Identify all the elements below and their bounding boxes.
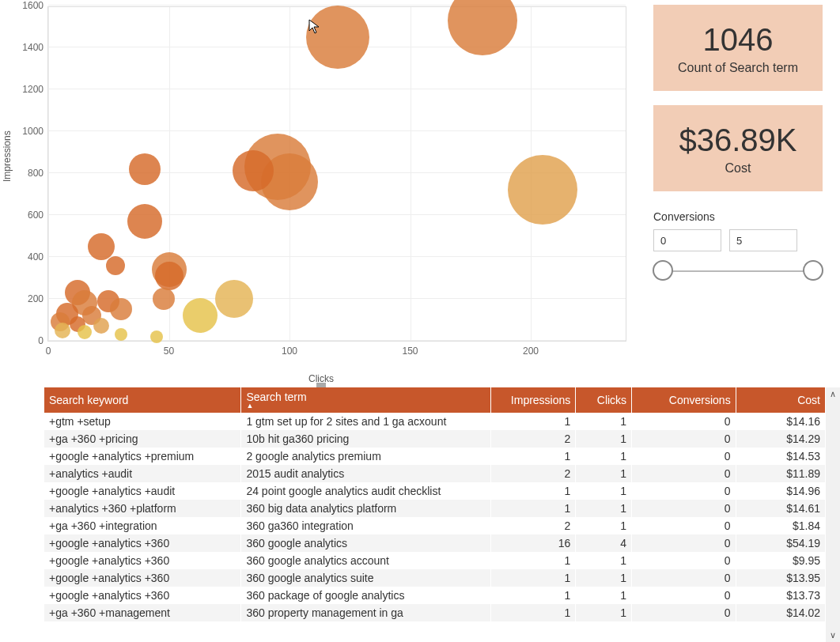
data-point[interactable]: [55, 323, 70, 338]
data-point[interactable]: [155, 262, 184, 290]
table-row[interactable]: +ga +360 +pricing10b hit ga360 pricing21…: [44, 430, 826, 448]
cell-clicks: 1: [576, 430, 632, 448]
data-table[interactable]: Search keywordSearch term▲ImpressionsCli…: [44, 387, 826, 642]
table-row[interactable]: +ga +360 +management360 property managem…: [44, 604, 826, 621]
count-card[interactable]: 1046 Count of Search term: [653, 5, 823, 91]
cell-clicks: 1: [576, 552, 632, 569]
cell-keyword: +analytics +360 +platform: [44, 500, 241, 517]
table-row[interactable]: +google +analytics +360360 google analyt…: [44, 552, 826, 569]
table-row[interactable]: +analytics +360 +platform360 big data an…: [44, 500, 826, 517]
y-tick: 200: [28, 293, 44, 304]
cell-impr: 2: [491, 430, 576, 448]
cell-clicks: 1: [576, 500, 632, 517]
cell-clicks: 1: [576, 448, 632, 465]
col-header-term[interactable]: Search term▲: [241, 387, 491, 413]
data-point[interactable]: [215, 280, 253, 318]
chart-toolbar: · · · ·: [422, 0, 437, 3]
table-row[interactable]: +gtm +setup1 gtm set up for 2 sites and …: [44, 413, 826, 430]
data-point[interactable]: [306, 6, 369, 69]
data-point[interactable]: [127, 204, 162, 239]
cell-keyword: +ga +360 +pricing: [44, 430, 241, 448]
scatter-chart[interactable]: · · · · 02004006008001000120014001600050…: [0, 0, 642, 387]
y-tick: 0: [38, 335, 44, 346]
cell-conv: 0: [632, 517, 736, 534]
table-row[interactable]: +ga +360 +integration360 ga360 integrati…: [44, 517, 826, 534]
scroll-down-icon[interactable]: ∨: [830, 629, 836, 642]
cell-conv: 0: [632, 413, 736, 430]
data-point[interactable]: [78, 325, 92, 339]
cell-impr: 1: [491, 500, 576, 517]
cell-term: 360 package of google analytics: [241, 587, 491, 604]
scrollbar-vertical[interactable]: ∧ ∨: [826, 387, 840, 642]
plot-area[interactable]: 0200400600800100012001400160005010015020…: [47, 6, 626, 342]
col-header-keyword[interactable]: Search keyword: [44, 387, 241, 413]
cost-value: $36.89K: [661, 123, 815, 158]
cell-term: 360 google analytics: [241, 534, 491, 552]
data-point[interactable]: [115, 328, 127, 341]
cell-conv: 0: [632, 569, 736, 587]
scroll-up-icon[interactable]: ∧: [830, 387, 836, 401]
y-tick: 600: [28, 210, 44, 221]
cell-cost: $14.02: [736, 604, 825, 621]
table-row[interactable]: +google +analytics +premium2 google anal…: [44, 448, 826, 465]
y-tick: 400: [28, 251, 44, 262]
col-header-conv[interactable]: Conversions: [632, 387, 736, 413]
table-row[interactable]: +google +analytics +360360 google analyt…: [44, 534, 826, 552]
cell-impr: 2: [491, 517, 576, 534]
table-row[interactable]: +google +analytics +audit24 point google…: [44, 482, 826, 500]
conversions-slicer[interactable]: Conversions: [653, 206, 823, 278]
cell-term: 10b hit ga360 pricing: [241, 430, 491, 448]
slider-handle-min[interactable]: [653, 260, 673, 281]
data-point[interactable]: [110, 298, 132, 320]
slider-handle-max[interactable]: [803, 260, 823, 281]
table-row[interactable]: +google +analytics +360360 google analyt…: [44, 569, 826, 587]
cell-clicks: 1: [576, 569, 632, 587]
cell-impr: 1: [491, 448, 576, 465]
slicer-min-input[interactable]: [653, 229, 721, 251]
cell-keyword: +google +analytics +audit: [44, 482, 241, 500]
cell-impr: 1: [491, 482, 576, 500]
cell-keyword: +gtm +setup: [44, 413, 241, 430]
cost-card[interactable]: $36.89K Cost: [653, 105, 823, 191]
cell-keyword: +google +analytics +360: [44, 552, 241, 569]
y-tick: 1200: [22, 84, 44, 95]
cell-clicks: 4: [576, 534, 632, 552]
cell-keyword: +analytics +audit: [44, 465, 241, 482]
cell-keyword: +google +analytics +360: [44, 587, 241, 604]
y-tick: 800: [28, 168, 44, 179]
slider-track[interactable]: [653, 262, 823, 278]
col-header-clicks[interactable]: Clicks: [576, 387, 632, 413]
cell-clicks: 1: [576, 604, 632, 621]
col-header-impr[interactable]: Impressions: [491, 387, 576, 413]
count-value: 1046: [661, 22, 815, 58]
data-point[interactable]: [153, 288, 175, 310]
cell-cost: $14.96: [736, 482, 825, 500]
col-header-cost[interactable]: Cost: [736, 387, 825, 413]
x-tick: 200: [523, 346, 539, 357]
cell-conv: 0: [632, 534, 736, 552]
count-label: Count of Search term: [661, 61, 815, 75]
data-point[interactable]: [150, 330, 163, 343]
data-point[interactable]: [88, 233, 115, 260]
data-point[interactable]: [508, 155, 577, 225]
cell-impr: 1: [491, 552, 576, 569]
cell-term: 2 google analytics premium: [241, 448, 491, 465]
slicer-max-input[interactable]: [729, 229, 797, 251]
table-row[interactable]: +google +analytics +360360 package of go…: [44, 587, 826, 604]
data-point[interactable]: [93, 318, 109, 334]
slicer-title: Conversions: [653, 210, 823, 223]
cell-cost: $14.16: [736, 413, 825, 430]
x-tick: 50: [164, 346, 174, 357]
data-point[interactable]: [183, 298, 218, 333]
cell-keyword: +ga +360 +integration: [44, 517, 241, 534]
data-point[interactable]: [233, 150, 274, 191]
data-point[interactable]: [106, 256, 125, 275]
data-point[interactable]: [129, 153, 161, 185]
cell-cost: $11.89: [736, 465, 825, 482]
cell-term: 360 google analytics suite: [241, 569, 491, 587]
cell-term: 360 ga360 integration: [241, 517, 491, 534]
sort-asc-icon: ▲: [246, 402, 486, 410]
cell-term: 24 point google analytics audit checklis…: [241, 482, 491, 500]
cell-term: 1 gtm set up for 2 sites and 1 ga acxoun…: [241, 413, 491, 430]
table-row[interactable]: +analytics +audit2015 audit analytics210…: [44, 465, 826, 482]
